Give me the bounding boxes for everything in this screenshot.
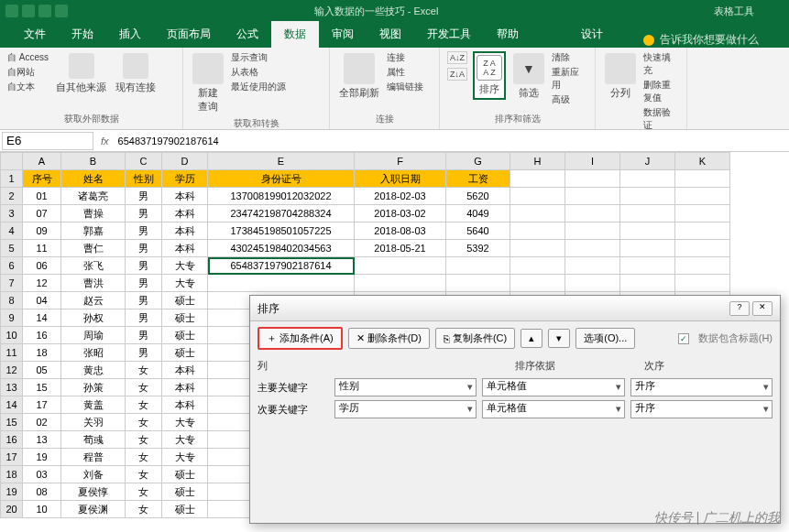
cell[interactable] (675, 223, 730, 240)
col-header-I[interactable]: I (565, 153, 620, 170)
remove-dup[interactable]: 删除重复值 (643, 79, 679, 104)
key2-select[interactable]: 学历 (334, 400, 477, 418)
row-header[interactable]: 11 (1, 344, 23, 362)
cell[interactable] (565, 205, 620, 223)
tab-formula[interactable]: 公式 (224, 21, 271, 48)
from-table[interactable]: 从表格 (231, 66, 286, 79)
row-header[interactable]: 1 (1, 170, 23, 188)
cell[interactable] (675, 240, 730, 257)
cell[interactable] (620, 257, 675, 275)
cell[interactable]: 夏侯渊 (61, 501, 126, 518)
cell[interactable]: 08 (23, 483, 61, 501)
cell[interactable]: 15 (23, 379, 61, 396)
cell[interactable]: 男 (126, 205, 162, 223)
sort-az-icon[interactable]: A↓Z (447, 51, 467, 64)
save-icon[interactable] (5, 5, 18, 17)
col-header-H[interactable]: H (510, 153, 565, 170)
cell[interactable]: 04 (23, 292, 61, 309)
cell[interactable]: 09 (23, 223, 61, 240)
from-other[interactable]: 自其他来源 (54, 51, 108, 96)
cell[interactable] (510, 275, 565, 292)
cell[interactable] (446, 275, 510, 292)
data-valid[interactable]: 数据验证 (643, 106, 679, 132)
cell[interactable] (675, 257, 730, 275)
cell[interactable]: 硕士 (162, 501, 208, 518)
cell[interactable]: 女 (126, 379, 162, 396)
cell[interactable]: 男 (126, 223, 162, 240)
tab-data[interactable]: 数据 (271, 21, 319, 48)
col-header-B[interactable]: B (61, 153, 126, 170)
cell[interactable]: 14 (23, 309, 61, 327)
cell[interactable] (675, 188, 730, 205)
row-header[interactable]: 13 (1, 379, 23, 396)
col-header-D[interactable]: D (162, 153, 208, 170)
row-header[interactable]: 19 (1, 483, 23, 501)
cell[interactable]: 5392 (446, 240, 510, 257)
cell[interactable]: 男 (126, 309, 162, 327)
cell[interactable]: 5620 (446, 188, 510, 205)
tab-view[interactable]: 视图 (367, 21, 414, 48)
cell[interactable]: 女 (126, 501, 162, 518)
cell[interactable]: 17 (23, 396, 61, 414)
redo-icon[interactable] (38, 5, 51, 17)
table-header[interactable]: 性别 (126, 170, 162, 188)
dialog-close-icon[interactable]: ✕ (752, 301, 773, 316)
cell[interactable]: 女 (126, 483, 162, 501)
properties[interactable]: 属性 (387, 66, 423, 79)
row-header[interactable]: 10 (1, 327, 23, 344)
show-query[interactable]: 显示查询 (231, 51, 286, 64)
cell[interactable]: 本科 (162, 223, 208, 240)
row-header[interactable]: 20 (1, 501, 23, 518)
cell[interactable]: 654837197902187614 (208, 257, 355, 275)
cell[interactable]: 13 (23, 431, 61, 449)
tell-me[interactable]: 告诉我你想要做什么 (643, 32, 759, 48)
tab-home[interactable]: 开始 (59, 21, 106, 48)
basis1-select[interactable]: 单元格值 (482, 378, 624, 396)
new-query[interactable]: 新建 查询 (191, 51, 225, 115)
formula-input[interactable]: 654837197902187614 (115, 134, 789, 148)
cell[interactable] (510, 188, 565, 205)
cell[interactable]: 05 (23, 362, 61, 379)
table-header[interactable]: 序号 (23, 170, 61, 188)
key1-select[interactable]: 性别 (334, 378, 477, 396)
cell[interactable] (446, 257, 510, 275)
cell[interactable]: 本科 (162, 362, 208, 379)
undo-icon[interactable] (22, 5, 35, 17)
cell[interactable]: 2018-03-02 (355, 205, 446, 223)
from-web[interactable]: 自网站 (7, 66, 49, 79)
cell[interactable]: 本科 (162, 188, 208, 205)
cell[interactable]: 2018-08-03 (355, 223, 446, 240)
cell[interactable]: 关羽 (61, 414, 126, 431)
cell[interactable]: 女 (126, 396, 162, 414)
refresh-all[interactable]: 全部刷新 (337, 51, 381, 102)
cell[interactable]: 硕士 (162, 327, 208, 344)
col-header-A[interactable]: A (23, 153, 61, 170)
cell[interactable]: 诸葛亮 (61, 188, 126, 205)
cell[interactable]: 大专 (162, 449, 208, 466)
connections[interactable]: 连接 (387, 51, 423, 64)
from-text[interactable]: 自文本 (7, 81, 49, 93)
cell[interactable]: 硕士 (162, 483, 208, 501)
cell[interactable] (565, 188, 620, 205)
copy-level-button[interactable]: ⎘复制条件(C) (435, 328, 515, 349)
cell[interactable]: 5640 (446, 223, 510, 240)
col-header-E[interactable]: E (208, 153, 355, 170)
options-button[interactable]: 选项(O)... (575, 328, 635, 349)
move-up-button[interactable]: ▴ (521, 329, 542, 348)
dialog-help-icon[interactable]: ? (729, 301, 750, 316)
cell[interactable]: 02 (23, 414, 61, 431)
cell[interactable] (208, 275, 355, 292)
row-header[interactable]: 18 (1, 466, 23, 483)
cell[interactable]: 男 (126, 188, 162, 205)
cell[interactable] (675, 205, 730, 223)
add-level-button[interactable]: ＋添加条件(A) (258, 327, 343, 350)
col-header-J[interactable]: J (620, 153, 675, 170)
cell[interactable]: 03 (23, 466, 61, 483)
has-header-checkbox[interactable]: ✓ (678, 333, 689, 344)
row-header[interactable]: 5 (1, 240, 23, 257)
table-header[interactable]: 姓名 (61, 170, 126, 188)
order2-select[interactable]: 升序 (630, 400, 773, 418)
cell[interactable] (565, 240, 620, 257)
row-header[interactable]: 12 (1, 362, 23, 379)
cell[interactable]: 曹洪 (61, 275, 126, 292)
